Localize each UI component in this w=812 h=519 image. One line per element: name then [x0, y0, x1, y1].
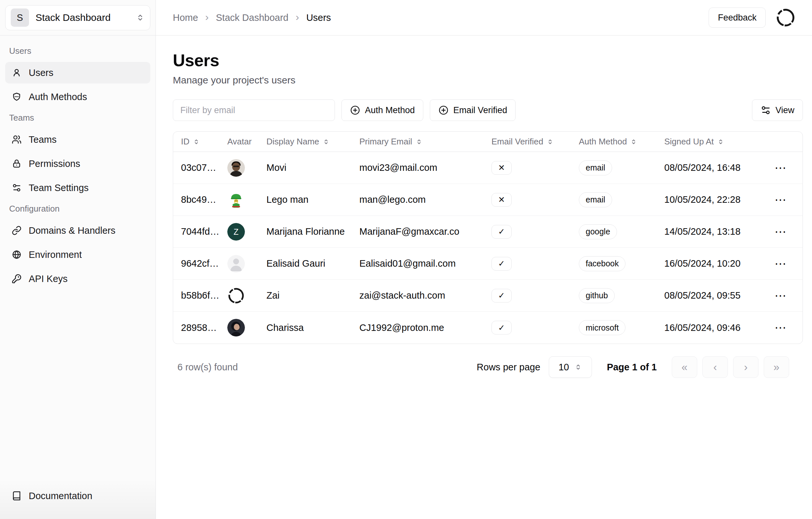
auth-method-badge: email: [579, 160, 612, 175]
row-actions-button[interactable]: ⋯: [772, 322, 789, 334]
check-icon: ✓: [498, 259, 505, 268]
sidebar-item-label: Permissions: [29, 158, 80, 169]
page-info: Page 1 of 1: [607, 362, 657, 373]
breadcrumb: Home › Stack Dashboard › Users: [173, 12, 331, 24]
sidebar-item-documentation[interactable]: Documentation: [5, 485, 150, 507]
table-row[interactable]: 8bc49…: [173, 184, 803, 216]
table-row[interactable]: 7044fd… Z Marijana Florianne MarijanaF@g…: [173, 216, 803, 248]
pager: « ‹ › »: [672, 356, 789, 378]
sketch-circle-avatar-image: [776, 7, 796, 28]
email-verified-checkbox[interactable]: ✓: [491, 225, 512, 239]
page-subtitle: Manage your project's users: [173, 75, 803, 86]
avatar-image-silhouette: [227, 255, 245, 273]
sort-icon[interactable]: [630, 138, 637, 145]
sidebar: S Stack Dashboard Users Users Auth Metho…: [0, 0, 156, 519]
cell-display-name: Movi: [266, 162, 359, 173]
feedback-button[interactable]: Feedback: [708, 7, 766, 28]
first-page-button[interactable]: «: [672, 356, 697, 378]
column-header-auth-method[interactable]: Auth Method: [579, 136, 664, 147]
row-actions-button[interactable]: ⋯: [772, 258, 789, 270]
page-title: Users: [173, 51, 803, 70]
sort-icon[interactable]: [322, 138, 330, 145]
sidebar-item-api-keys[interactable]: API Keys: [5, 268, 150, 289]
last-page-button[interactable]: »: [764, 356, 789, 378]
user-avatar[interactable]: [776, 7, 796, 28]
sidebar-item-team-settings[interactable]: Team Settings: [5, 177, 150, 199]
chevrons-up-down-icon: [574, 363, 582, 371]
cell-id: 9642cf…: [181, 258, 227, 269]
email-verified-filter-button[interactable]: Email Verified: [430, 99, 516, 121]
rows-per-page-select[interactable]: 10: [549, 356, 592, 378]
row-actions-button[interactable]: ⋯: [772, 226, 789, 238]
sidebar-item-permissions[interactable]: Permissions: [5, 153, 150, 175]
view-button[interactable]: View: [752, 99, 803, 121]
table-body: 03c07…: [173, 152, 803, 344]
row-actions-button[interactable]: ⋯: [772, 194, 789, 206]
view-button-label: View: [776, 105, 794, 115]
next-page-button[interactable]: ›: [733, 356, 758, 378]
table-row[interactable]: b58b6f… Zai zai@stack-auth.com ✓ github …: [173, 280, 803, 312]
column-header-signed-up-at[interactable]: Signed Up At: [664, 136, 772, 147]
sidebar-item-domains-handlers[interactable]: Domains & Handlers: [5, 220, 150, 241]
sliders-icon: [760, 105, 771, 115]
chevron-right-icon: ›: [205, 12, 209, 24]
previous-page-button[interactable]: ‹: [702, 356, 728, 378]
sidebar-section-configuration-label: Configuration: [9, 204, 146, 214]
sidebar-item-teams[interactable]: Teams: [5, 129, 150, 150]
table-row[interactable]: 9642cf… Ealisaid Gauri: [173, 248, 803, 280]
rows-per-page: Rows per page 10: [477, 356, 592, 378]
pagination-controls: Rows per page 10 Page 1 of 1 « ‹ › »: [477, 356, 789, 378]
table-row[interactable]: 28958…: [173, 312, 803, 344]
auth-method-badge: microsoft: [579, 320, 626, 335]
sidebar-item-label: Documentation: [29, 491, 92, 501]
shield-icon: [12, 92, 22, 102]
avatar: Z: [227, 223, 245, 241]
avatar: [227, 159, 245, 177]
column-header-email-verified[interactable]: Email Verified: [491, 136, 579, 147]
sort-icon[interactable]: [717, 138, 724, 145]
plus-circle-icon: [438, 105, 449, 115]
email-verified-checkbox[interactable]: ✕: [491, 161, 512, 175]
row-actions-button[interactable]: ⋯: [772, 162, 789, 174]
filter-email-input[interactable]: [173, 99, 335, 121]
svg-text:Z: Z: [233, 227, 238, 236]
breadcrumb-home[interactable]: Home: [173, 12, 198, 23]
project-name: Stack Dashboard: [35, 12, 129, 23]
column-header-display-name[interactable]: Display Name: [266, 136, 359, 147]
column-header-id[interactable]: ID: [181, 136, 227, 147]
row-actions-button[interactable]: ⋯: [772, 290, 789, 302]
cell-signed-up-at: 16/05/2024, 09:46: [664, 323, 772, 333]
topbar-right: Feedback: [708, 7, 796, 28]
avatar-image-photo-woman: [227, 319, 245, 336]
email-verified-checkbox[interactable]: ✓: [491, 321, 512, 334]
sidebar-item-environment[interactable]: Environment: [5, 244, 150, 265]
sidebar-item-auth-methods[interactable]: Auth Methods: [5, 86, 150, 108]
toolbar: Auth Method Email Verified View: [173, 99, 803, 121]
cell-signed-up-at: 10/05/2024, 22:28: [664, 194, 772, 205]
check-icon: ✓: [498, 323, 505, 333]
sort-icon[interactable]: [547, 138, 554, 145]
avatar: [227, 191, 245, 209]
sidebar-item-label: Team Settings: [29, 183, 89, 193]
email-verified-checkbox[interactable]: ✓: [491, 289, 512, 303]
topbar: Home › Stack Dashboard › Users Feedback: [156, 0, 812, 35]
users-icon: [12, 135, 22, 145]
project-selector[interactable]: S Stack Dashboard: [5, 5, 150, 30]
email-verified-checkbox[interactable]: ✕: [491, 193, 512, 207]
sort-icon[interactable]: [415, 138, 423, 145]
avatar: [227, 319, 245, 336]
column-header-primary-email[interactable]: Primary Email: [359, 136, 491, 147]
breadcrumb-project[interactable]: Stack Dashboard: [216, 12, 288, 23]
link-icon: [12, 225, 22, 235]
table-row[interactable]: 03c07…: [173, 152, 803, 184]
sort-icon[interactable]: [193, 138, 200, 145]
email-verified-checkbox[interactable]: ✓: [491, 257, 512, 271]
sidebar-item-users[interactable]: Users: [5, 62, 150, 84]
cell-display-name: Ealisaid Gauri: [266, 258, 359, 269]
sidebar-item-label: Environment: [29, 249, 82, 260]
page-content: Users Manage your project's users Auth M…: [156, 35, 812, 519]
auth-method-badge: email: [579, 192, 612, 207]
check-icon: ✓: [498, 291, 505, 300]
cell-primary-email: zai@stack-auth.com: [359, 290, 491, 301]
auth-method-filter-button[interactable]: Auth Method: [342, 99, 423, 121]
